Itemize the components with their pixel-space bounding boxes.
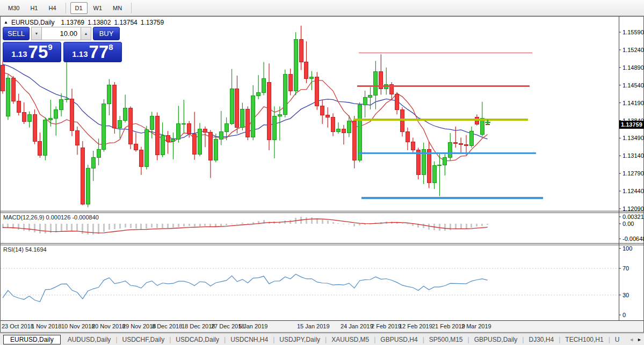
macd-histogram-bar: [28, 224, 30, 231]
candle-body: [225, 123, 228, 131]
candle-body: [214, 139, 218, 160]
chart-tab-usdjpy-daily[interactable]: USDJPY,Daily: [275, 335, 324, 344]
candle-body: [193, 134, 197, 155]
candle-body: [102, 104, 106, 149]
candle-body: [97, 149, 100, 157]
candle-body: [150, 116, 154, 129]
ohlc-open: 1.13769: [61, 19, 84, 26]
chart-tab-tech100-h1[interactable]: TECH100,H1: [561, 335, 607, 344]
candle-body: [443, 157, 447, 165]
buy-price-box[interactable]: 1.13 77 8: [63, 42, 122, 62]
candle-body: [118, 121, 122, 128]
timeframe-button-d1[interactable]: D1: [70, 2, 88, 14]
chart-tab-sp500-m15[interactable]: SP500,M15: [425, 335, 467, 344]
candle-body: [305, 62, 308, 78]
volume-increase-icon[interactable]: ▲: [81, 27, 91, 40]
timeframe-button-h4[interactable]: H4: [44, 2, 61, 14]
macd-histogram-bar: [353, 224, 355, 226]
tab-separator: |: [423, 336, 424, 343]
candle-body: [299, 39, 303, 62]
macd-histogram-bar: [103, 224, 105, 232]
tab-separator: |: [522, 336, 524, 343]
chart-tab-gbpusd-daily[interactable]: GBPUSD,Daily: [470, 335, 522, 344]
timeframe-button-m30[interactable]: M30: [3, 2, 24, 14]
tab-scroll-left-icon[interactable]: ◄: [629, 337, 634, 342]
chart-tab-dj30-h4[interactable]: DJ30,H4: [524, 335, 558, 344]
rsi-axis-label: 30: [623, 292, 629, 298]
tab-scroll-right-icon[interactable]: ►: [637, 337, 642, 342]
price-axis-label: 1.14190: [623, 100, 644, 106]
candle-body: [321, 106, 324, 115]
candle-body: [331, 118, 335, 131]
chart-tab-gbpusd-h4[interactable]: GBPUSD,H4: [376, 335, 422, 344]
macd-histogram-bar: [412, 224, 414, 226]
macd-histogram-bar: [348, 224, 350, 224]
candle-body: [17, 101, 20, 113]
timeframe-button-h1[interactable]: H1: [25, 2, 42, 14]
tab-separator: |: [374, 336, 375, 343]
candle-body: [315, 77, 319, 106]
sell-price-box[interactable]: 1.13 75 9: [3, 42, 61, 62]
macd-histogram-bar: [82, 224, 83, 234]
rsi-axis-label: 100: [623, 245, 632, 252]
chart-tab-usdcnh-h4[interactable]: USDCNH,H4: [226, 335, 272, 344]
buy-price-big: 77: [89, 44, 109, 60]
macd-histogram-bar: [209, 224, 211, 226]
chart-tab-eurusd-daily[interactable]: EURUSD,Daily: [3, 335, 61, 344]
time-axis-label: 24 Jan 2019: [341, 323, 373, 329]
tab-separator: |: [273, 336, 274, 343]
candle-body: [134, 144, 138, 150]
macd-histogram-bar: [39, 224, 41, 233]
macd-histogram-bar: [220, 224, 222, 226]
macd-histogram-bar: [61, 224, 62, 231]
rsi-indicator-label: RSI(14) 54.1694: [3, 246, 47, 253]
candle-body: [139, 150, 143, 167]
candle-body: [448, 143, 452, 157]
macd-histogram-bar: [194, 224, 196, 226]
macd-histogram-bar: [466, 224, 467, 229]
chart-tab-usdchf-daily[interactable]: USDCHF,Daily: [118, 335, 169, 344]
timeframe-toolbar: M30H1H4D1W1MN: [0, 0, 644, 16]
symbol-arrow-icon: ▲: [4, 20, 8, 25]
volume-decrease-icon[interactable]: ▼: [31, 27, 42, 40]
candle-body: [44, 120, 47, 156]
candle-body: [166, 136, 170, 142]
macd-histogram-bar: [332, 222, 334, 224]
timeframe-button-w1[interactable]: W1: [89, 2, 107, 14]
macd-histogram-bar: [481, 224, 483, 226]
macd-histogram-bar: [423, 224, 424, 228]
macd-histogram-bar: [247, 223, 249, 224]
macd-histogram-bar: [178, 224, 179, 227]
price-axis-label: 1.14890: [623, 64, 644, 71]
sell-price-prefix: 1.13: [11, 49, 27, 58]
tab-separator: |: [115, 336, 117, 343]
macd-histogram-bar: [487, 224, 488, 225]
macd-histogram-bar: [311, 217, 313, 224]
candle-body: [33, 114, 37, 141]
macd-histogram-bar: [172, 224, 174, 227]
candle-body: [454, 143, 458, 144]
candle-body: [352, 121, 356, 160]
candle-body: [219, 131, 223, 139]
buy-button[interactable]: BUY: [93, 27, 120, 40]
timeframe-button-mn[interactable]: MN: [108, 2, 127, 14]
candle-body: [480, 119, 484, 135]
chart-tab-audusd-daily[interactable]: AUDUSD,Daily: [63, 335, 115, 344]
chart-tab-u[interactable]: U: [611, 335, 624, 344]
candle-body: [124, 108, 127, 121]
volume-input[interactable]: [42, 27, 81, 40]
tab-scroll-controls: ◄►: [629, 337, 642, 342]
candle-body: [283, 75, 287, 114]
candle-body: [288, 75, 292, 91]
candle-body: [326, 115, 330, 118]
price-chart-canvas[interactable]: [1, 17, 643, 332]
macd-histogram-bar: [236, 224, 238, 224]
sell-button[interactable]: SELL: [3, 27, 30, 40]
candle-body: [395, 94, 399, 110]
macd-histogram-bar: [23, 224, 25, 231]
candle-body: [60, 99, 63, 110]
chart-tab-usdcad-daily[interactable]: USDCAD,Daily: [171, 335, 223, 344]
macd-histogram-bar: [151, 224, 153, 227]
chart-tab-xauusd-m5[interactable]: XAUUSD,M5: [327, 335, 373, 344]
macd-axis-label: 0.00: [623, 221, 634, 227]
